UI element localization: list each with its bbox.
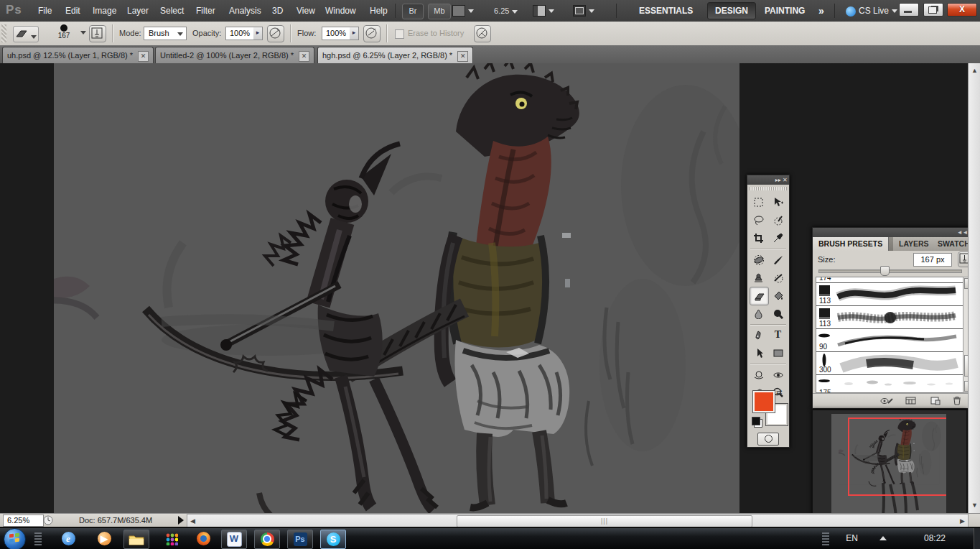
arrange-documents-button[interactable] [533,5,554,17]
tool-lasso[interactable] [750,211,767,229]
cs-live-button[interactable]: CS Live [846,0,897,22]
tool-marquee[interactable] [750,193,767,211]
tab-uh-psd[interactable]: uh.psd @ 12.5% (Layer 1, RGB/8) *✕ [2,47,154,63]
tab-layers[interactable]: LAYERS [893,237,935,251]
restore-button[interactable] [923,3,943,17]
preset-manager-icon[interactable] [903,395,919,407]
menu-analysis[interactable]: Analysis [221,0,269,22]
tool-path-select[interactable] [750,344,767,361]
panel-collapse-bar[interactable]: ◄◄ | ✕ [813,228,979,237]
brush-preset-row[interactable]: 174 [816,277,963,283]
brush-preset-row[interactable]: 113 [816,283,963,306]
workspace-painting[interactable]: PAINTING [757,0,812,22]
erase-to-history-option[interactable]: Erase to History [395,22,464,45]
zoom-level-control[interactable]: 6.25 [494,0,518,22]
scroll-left-icon[interactable]: ◀ [190,515,195,527]
tool-history-brush[interactable] [769,269,787,286]
menu-filter[interactable]: Filter [188,0,223,22]
menu-window[interactable]: Window [317,0,364,22]
screen-mode-button[interactable] [573,5,594,17]
tool-crop[interactable] [750,229,767,246]
tool-quick-select[interactable] [769,211,787,229]
tool-spot-healing[interactable] [750,251,767,268]
tool-clone-stamp[interactable] [750,269,767,286]
tab-untitled-2[interactable]: Untitled-2 @ 100% (Layer 2, RGB/8) *✕ [155,47,314,63]
toggle-brush-panel-button[interactable] [89,25,106,42]
brush-preset-picker[interactable]: 167 [52,23,76,40]
foreground-color-swatch[interactable] [753,391,775,412]
taskbar-app-grid[interactable] [159,530,184,548]
vertical-scrollbar[interactable]: ▲ ▼ [968,63,980,513]
minimize-button[interactable] [899,3,919,17]
tool-eraser[interactable] [750,287,769,305]
taskbar-grip[interactable] [34,532,42,545]
quick-mask-button[interactable] [757,433,779,446]
scrollbar-thumb[interactable]: ||| [457,515,752,527]
tab-close-icon[interactable]: ✕ [299,51,309,62]
tool-shape[interactable] [769,344,787,361]
brush-preset-row[interactable]: 175 [816,375,963,393]
tool-move[interactable] [769,193,787,211]
taskbar-photoshop[interactable]: Ps [287,530,313,549]
taskbar-grip[interactable] [822,532,829,545]
navigator-viewport-rect[interactable] [848,417,946,496]
taskbar-explorer[interactable] [123,530,149,549]
navigator-thumbnail[interactable] [831,414,946,526]
tablet-size-button[interactable] [474,25,491,42]
menu-help[interactable]: Help [362,0,396,22]
scroll-down-icon[interactable]: ▼ [971,499,978,512]
tool-3d-rotate[interactable] [750,366,767,383]
taskbar-word[interactable]: W [221,530,247,549]
mode-select[interactable]: Brush [144,27,187,40]
brush-preset-row[interactable]: 113 [816,306,963,329]
brush-preset-row[interactable]: 300 [816,352,963,375]
tool-dodge[interactable] [769,305,787,322]
start-button[interactable] [4,528,26,549]
taskbar-skype[interactable]: S [320,530,346,549]
opacity-field[interactable]: 100% [225,27,254,40]
menu-select[interactable]: Select [152,0,192,22]
language-indicator[interactable]: EN [846,528,858,549]
swap-colors-icon[interactable]: ⇄ [776,388,782,396]
clock[interactable]: 08:22 [924,528,946,549]
tab-close-icon[interactable]: ✕ [138,51,149,62]
taskbar-media-player[interactable]: ▶ [92,530,116,548]
brush-size-slider[interactable] [813,269,979,277]
tools-panel-grip[interactable] [750,187,787,190]
menu-3d[interactable]: 3D [264,0,291,22]
menu-file[interactable]: File [30,0,60,22]
opacity-slider-button[interactable]: ▸ [253,27,263,40]
new-brush-icon[interactable] [928,395,943,407]
status-zoom-field[interactable]: 6.25% [3,515,44,527]
default-colors-icon[interactable] [752,417,760,425]
flow-slider-button[interactable]: ▸ [350,27,359,40]
workspace-essentials[interactable]: ESSENTIALS [632,0,700,22]
airbrush-button[interactable] [363,25,381,42]
taskbar-chrome[interactable] [254,530,280,549]
tool-brush[interactable] [769,251,787,268]
view-extras-button[interactable] [452,5,474,17]
tab-brush-presets[interactable]: BRUSH PRESETS [813,237,889,251]
tool-3d-orbit[interactable] [769,366,787,383]
tab-hgh-psd[interactable]: hgh.psd @ 6.25% (Layer 2, RGB/8) *✕ [317,47,473,63]
tool-preset-picker[interactable] [13,26,39,42]
tool-paint-bucket[interactable] [769,287,787,304]
close-button[interactable]: X [947,3,977,17]
tray-expand-icon[interactable] [879,536,887,540]
mini-bridge-button[interactable]: Mb [428,4,451,19]
show-desktop-button[interactable] [974,528,980,549]
trash-icon[interactable] [949,395,965,407]
erase-to-history-checkbox[interactable] [395,29,404,39]
tab-close-icon[interactable]: ✕ [457,51,468,62]
options-grip[interactable] [1,24,6,42]
scroll-up-icon[interactable]: ▲ [971,65,978,77]
bridge-button[interactable]: Br [402,4,424,19]
tools-panel-header[interactable]: ▸▸ ✕ [747,175,789,185]
preview-brush-icon[interactable] [879,395,895,407]
scroll-right-icon[interactable]: ▶ [960,515,965,527]
tool-blur[interactable] [750,305,767,322]
status-menu-arrow-icon[interactable] [178,516,184,525]
brush-size-field[interactable]: 167 px [913,253,952,267]
tool-type[interactable]: T [769,326,787,343]
workspace-design[interactable]: DESIGN [707,2,756,19]
